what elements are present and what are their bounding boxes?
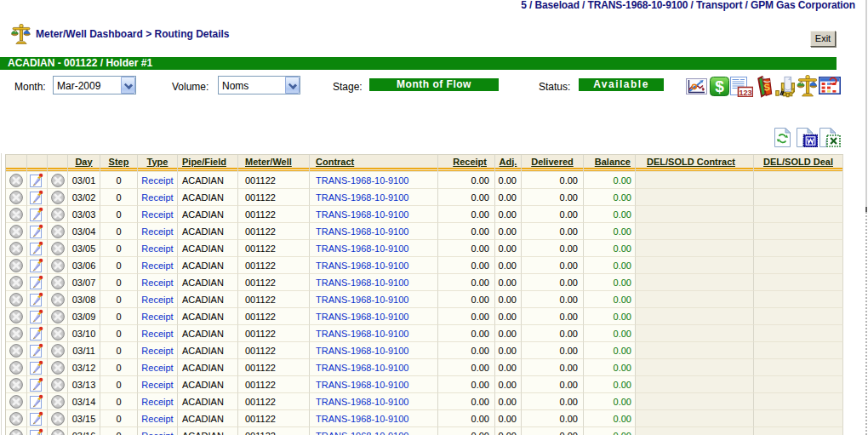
svg-text:$: $ xyxy=(715,77,724,95)
svg-text:123: 123 xyxy=(739,89,751,97)
svg-text:S: S xyxy=(763,82,771,93)
